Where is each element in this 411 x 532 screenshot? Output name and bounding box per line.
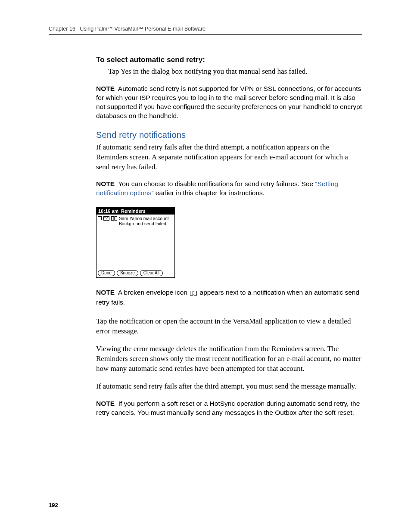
note-broken-envelope: NOTE A broken envelope icon appears next… — [96, 288, 362, 307]
note-text-post: earlier in this chapter for instructions… — [154, 189, 265, 196]
page: Chapter 16 Using Palm™ VersaMail™ Person… — [0, 0, 411, 532]
snooze-button: Snooze — [117, 270, 138, 276]
page-number: 192 — [49, 502, 58, 508]
screenshot-time: 10:16 am — [98, 208, 118, 214]
note-text-pre: You can choose to disable notifications … — [118, 180, 315, 187]
section-heading-notifications: Send retry notifications — [96, 130, 362, 140]
device-screenshot: 10:16 am Reminders Sam Yahoo mail accoun… — [96, 207, 175, 278]
clear-all-button: Clear All — [140, 270, 163, 276]
body-select-retry: Tap Yes in the dialog box notifying you … — [108, 67, 362, 77]
done-button: Done — [98, 270, 115, 276]
note-soft-reset: NOTE If you perform a soft reset or a Ho… — [96, 399, 362, 417]
envelope-icon — [103, 216, 109, 221]
note-label: NOTE — [96, 85, 115, 92]
screenshot-titlebar: 10:16 am Reminders — [97, 208, 174, 215]
broken-envelope-icon — [190, 289, 197, 298]
svg-rect-4 — [194, 291, 197, 296]
screenshot-button-bar: Done Snooze Clear All — [97, 269, 174, 277]
paragraph-tap: Tap the notification or open the account… — [96, 317, 362, 336]
note-body: If you perform a soft reset or a HotSync… — [96, 400, 360, 416]
note-text-pre: A broken envelope icon — [118, 289, 189, 296]
chapter-title: Using Palm™ VersaMail™ Personal E-mail S… — [80, 26, 206, 32]
svg-rect-3 — [190, 291, 193, 296]
body-notifications: If automatic send retry fails after the … — [96, 143, 362, 172]
chapter-label: Chapter 16 — [49, 26, 75, 32]
reminder-line2: Background send failed — [119, 221, 173, 226]
svg-rect-1 — [112, 217, 114, 221]
broken-envelope-icon — [111, 216, 117, 221]
reminder-row: Sam Yahoo mail account Background send f… — [98, 216, 173, 226]
note-disable-notifications: NOTE You can choose to disable notificat… — [96, 180, 362, 198]
screenshot-title: Reminders — [121, 208, 173, 214]
reminder-line1: Sam Yahoo mail account — [119, 216, 169, 221]
running-header: Chapter 16 Using Palm™ VersaMail™ Person… — [49, 26, 362, 35]
checkbox-icon — [98, 216, 102, 220]
page-footer: 192 — [49, 499, 362, 508]
note-vpn-ssl: NOTE Automatic send retry is not support… — [96, 84, 362, 121]
paragraph-manual: If automatic send retry fails after the … — [96, 382, 362, 392]
paragraph-viewing: Viewing the error message deletes the no… — [96, 344, 362, 374]
reminder-text: Sam Yahoo mail account Background send f… — [119, 216, 173, 226]
content-area: To select automatic send retry: Tap Yes … — [96, 35, 362, 417]
note-label: NOTE — [96, 289, 115, 296]
subheading-select-retry: To select automatic send retry: — [96, 56, 362, 64]
note-label: NOTE — [96, 180, 115, 187]
note-body: Automatic send retry is not supported fo… — [96, 85, 362, 119]
svg-rect-2 — [115, 217, 117, 221]
note-label: NOTE — [96, 400, 115, 407]
screenshot-body: Sam Yahoo mail account Background send f… — [97, 215, 174, 269]
